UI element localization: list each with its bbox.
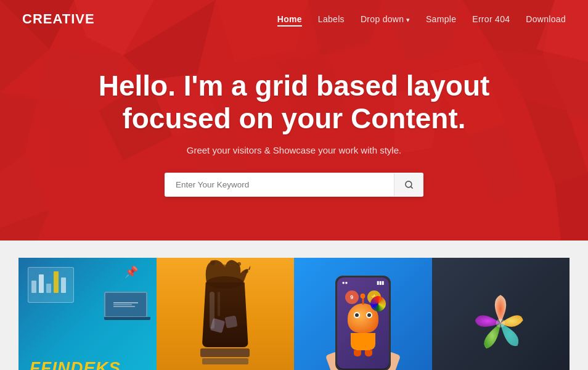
svg-point-29 — [220, 265, 230, 269]
laptop-screen — [104, 292, 147, 318]
grid-item-logo[interactable] — [432, 258, 570, 370]
character-legs — [348, 350, 378, 356]
phone-screen: ●● ▮▮▮ 9 ⭐ — [337, 278, 389, 369]
nav-link-home[interactable]: Home — [277, 14, 302, 27]
svg-point-31 — [237, 262, 241, 266]
search-input[interactable] — [165, 173, 394, 197]
phone-device: ●● ▮▮▮ 9 ⭐ — [335, 276, 391, 370]
drink-container — [200, 282, 250, 364]
svg-line-27 — [410, 186, 412, 188]
grid-item-game[interactable]: ●● ▮▮▮ 9 ⭐ — [294, 258, 432, 370]
grid-section: 📌 fFINDEKS — [0, 240, 588, 370]
nav-item-home[interactable]: Home — [277, 14, 302, 25]
nav-link-error[interactable]: Error 404 — [472, 14, 510, 24]
logo-svg — [467, 289, 534, 357]
search-icon — [404, 180, 414, 189]
line — [113, 302, 138, 303]
hero-title: Hello. I'm a grid based layout focused o… — [78, 70, 510, 135]
svg-point-33 — [496, 319, 505, 328]
nav-item-download[interactable]: Download — [526, 14, 566, 25]
battery-icon: ▮▮▮ — [377, 280, 384, 286]
cookie-base — [200, 348, 250, 357]
glass-shine2 — [218, 292, 220, 316]
leg — [365, 350, 372, 356]
bar — [46, 284, 51, 293]
eye-right — [366, 312, 372, 318]
findeks-screen — [28, 267, 74, 303]
pupil — [355, 313, 359, 317]
hero-subtitle: Greet your visitors & Showcase your work… — [187, 145, 401, 155]
drink-glass — [202, 282, 248, 347]
line — [113, 306, 135, 307]
svg-point-30 — [210, 260, 215, 265]
bar — [61, 278, 66, 293]
findeks-title-container: fFINDEKS — [30, 358, 121, 370]
nav-link-dropdown[interactable]: Drop down — [361, 14, 410, 24]
laptop-decoration — [104, 292, 147, 323]
pin-icon: 📌 — [125, 265, 138, 279]
ice-cube — [210, 318, 225, 333]
navbar: CREATIVE Home Labels Drop down Sample Er… — [0, 0, 588, 38]
pupil — [367, 313, 371, 317]
hero-content: Hello. I'm a grid based layout focused o… — [0, 38, 588, 240]
leg — [354, 350, 361, 356]
nav-item-labels[interactable]: Labels — [318, 14, 345, 25]
chart-bars — [28, 268, 73, 295]
nav-link-download[interactable]: Download — [526, 14, 566, 24]
logo-design — [467, 289, 534, 357]
hero-section: CREATIVE Home Labels Drop down Sample Er… — [0, 0, 588, 240]
cookie-layer — [202, 358, 248, 364]
bar — [39, 274, 44, 293]
grid-item-findeks[interactable]: 📌 fFINDEKS — [18, 258, 157, 370]
bar — [31, 281, 36, 293]
findeks-f: f — [30, 358, 41, 370]
ice-cube — [224, 315, 237, 328]
score-badge: 9 — [345, 290, 359, 304]
line — [113, 304, 132, 305]
antenna — [362, 296, 364, 305]
color-wheel — [370, 296, 386, 311]
eye-left — [354, 312, 360, 318]
nav-link-labels[interactable]: Labels — [318, 14, 345, 24]
findeks-label: FINDEKS — [41, 358, 121, 370]
phone-container: ●● ▮▮▮ 9 ⭐ — [335, 276, 391, 370]
brand-logo[interactable]: CREATIVE — [22, 11, 95, 27]
nav-links: Home Labels Drop down Sample Error 404 D… — [277, 14, 566, 25]
bar — [54, 271, 59, 293]
nav-link-sample[interactable]: Sample — [426, 14, 456, 24]
nav-item-sample[interactable]: Sample — [426, 14, 456, 25]
game-character — [348, 303, 378, 356]
wifi-icon: ●● — [342, 280, 348, 286]
svg-point-32 — [245, 269, 248, 273]
status-bar: ●● ▮▮▮ — [337, 278, 389, 288]
nav-item-error[interactable]: Error 404 — [472, 14, 510, 25]
findeks-title: fFINDEKS — [30, 358, 121, 370]
search-button[interactable] — [394, 173, 423, 196]
grid-item-drink[interactable] — [157, 258, 295, 370]
character-body — [351, 333, 375, 350]
laptop-base — [104, 317, 150, 320]
search-bar — [165, 173, 423, 197]
nav-item-dropdown[interactable]: Drop down — [361, 14, 410, 25]
laptop-content — [113, 302, 138, 308]
antenna-ball — [361, 294, 365, 298]
